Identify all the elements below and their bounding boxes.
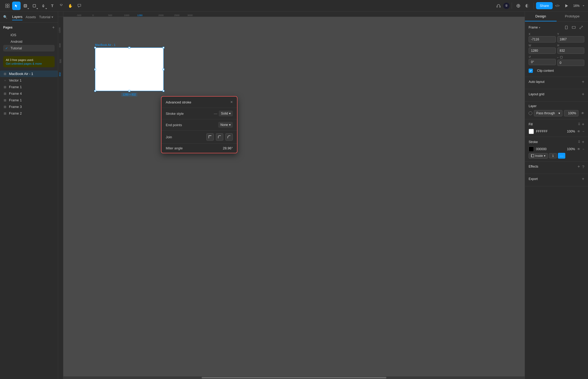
coordinates-grid: X -7116 Y 1867 W 1280 (529, 33, 584, 66)
tab-tutorial[interactable]: Tutorial ▾ (39, 14, 53, 20)
stroke-position-select[interactable]: Inside ▾ (529, 153, 548, 159)
horizontal-scrollbar[interactable] (63, 376, 525, 379)
endpoint-select[interactable]: None ▾ (218, 122, 233, 128)
rotation-coord: ↺ 0° (529, 55, 556, 66)
fill-visibility-btn[interactable]: 👁 (577, 130, 580, 133)
tab-design[interactable]: Design (525, 12, 557, 21)
stroke-weight-input[interactable]: 1 (549, 153, 557, 158)
layer-frame1-1[interactable]: ⊞ Frame 1 (0, 84, 58, 90)
export-add-btn[interactable]: + (582, 177, 584, 181)
layer-macbook[interactable]: ⊞ MacBook Air - 1 (0, 70, 58, 77)
rotation-input[interactable]: 0° (529, 59, 556, 65)
pen-tool-btn[interactable] (39, 2, 48, 10)
layer-visibility-btn[interactable]: 👁 (581, 111, 584, 115)
fill-opacity-value[interactable]: 100% (565, 130, 575, 133)
stroke-visibility-btn[interactable]: 👁 (577, 147, 580, 151)
canvas-area[interactable]: -500 0 500 1000 1280 2000 2500 3000 -100… (58, 12, 525, 379)
library-btn[interactable] (514, 2, 523, 10)
toolbar: T ✋ ① (0, 0, 588, 12)
resize-handle-ml[interactable] (94, 68, 96, 70)
toolbar-left-tools: T ✋ (3, 2, 83, 10)
join-row: Join (162, 131, 237, 144)
h-input[interactable]: 832 (557, 48, 585, 54)
resize-handle-bm[interactable] (129, 90, 130, 92)
w-input[interactable]: 1280 (529, 48, 556, 54)
play-btn[interactable] (562, 2, 571, 10)
resize-handle-bl[interactable] (94, 90, 96, 92)
stroke-add-btn[interactable]: + (582, 140, 584, 144)
share-button[interactable]: Share (536, 2, 553, 9)
stroke-style-select[interactable]: Solid ▾ (219, 111, 233, 116)
h-coord: H 832 (557, 44, 585, 54)
stroke-header: Stroke ⠿ + (529, 140, 584, 144)
upgrade-link[interactable]: Get unlimited pages & more (6, 62, 52, 65)
page-item-android[interactable]: Android (3, 38, 55, 45)
frame-tool-btn[interactable] (21, 2, 30, 10)
page-item-ios[interactable]: iOS (3, 32, 55, 38)
opacity-input[interactable]: 100% (564, 110, 578, 116)
layer-frame1-2[interactable]: ⊞ Frame 1 (0, 97, 58, 103)
effects-add-btn[interactable]: + (577, 164, 580, 169)
stroke-opacity-value[interactable]: 100% (565, 147, 575, 151)
resize-handle-tl[interactable] (94, 47, 96, 49)
fill-hex-value[interactable]: FFFFFF (536, 130, 562, 133)
clip-content-checkbox[interactable] (529, 69, 533, 73)
code-view-btn[interactable]: </> (553, 2, 562, 10)
blend-mode-select[interactable]: Pass through ▾ (534, 110, 562, 116)
fill-color-swatch[interactable] (529, 129, 534, 134)
join-round-btn[interactable] (216, 133, 223, 141)
resize-handle-tr[interactable] (163, 47, 164, 49)
hand-tool-btn[interactable]: ✋ (66, 2, 74, 10)
tab-layers[interactable]: Layers (12, 14, 22, 20)
frame-landscape-btn[interactable] (571, 24, 577, 31)
zoom-level[interactable]: 16% (571, 4, 582, 8)
frame-resize-btn[interactable] (578, 24, 584, 31)
modal-close-btn[interactable]: × (230, 100, 233, 105)
search-icon[interactable]: 🔍 (3, 15, 7, 19)
resize-handle-br[interactable] (163, 90, 164, 92)
layer-frame3[interactable]: ⊞ Frame 3 (0, 103, 58, 110)
user-avatar[interactable]: ① (503, 3, 510, 9)
scrollbar-thumb[interactable] (202, 377, 386, 378)
stroke-remove-btn[interactable]: − (582, 147, 584, 151)
layout-grid-add-btn[interactable]: + (582, 92, 584, 97)
resize-handle-mr[interactable] (163, 68, 164, 70)
text-tool-btn[interactable]: T (48, 2, 56, 10)
constrain-icon[interactable] (559, 55, 563, 59)
stroke-color-swatch[interactable] (529, 146, 534, 152)
stroke-hex-value[interactable]: 000000 (536, 147, 562, 151)
layer-frame2[interactable]: ⊞ Frame 2 (0, 110, 58, 117)
auto-layout-add-btn[interactable]: + (582, 79, 584, 84)
tab-prototype[interactable]: Prototype (557, 12, 588, 21)
join-bevel-btn[interactable] (225, 133, 233, 141)
y-input[interactable]: 1867 (557, 36, 585, 42)
x-input[interactable]: -7116 (529, 36, 556, 42)
tab-assets[interactable]: Assets (26, 14, 36, 20)
frame-portrait-btn[interactable] (563, 24, 570, 31)
stroke-advanced-btn[interactable]: ··· (558, 153, 565, 159)
theme-btn[interactable] (523, 2, 532, 10)
effects-help-btn[interactable]: ? (582, 164, 584, 169)
pages-title: Pages (3, 26, 12, 29)
fill-remove-btn[interactable]: − (582, 130, 584, 133)
ruler-corner (58, 12, 63, 17)
frame-box[interactable]: 1280 × 832 (95, 48, 164, 91)
headphone-btn[interactable] (494, 2, 503, 10)
frame-icon: ⊞ (3, 98, 7, 102)
fill-add-btn[interactable]: + (582, 122, 584, 127)
page-item-tutorial[interactable]: ✓ Tutorial (3, 45, 55, 51)
corner-input[interactable]: 0 (557, 60, 585, 66)
layer-vector1[interactable]: ○ Vector 1 (0, 77, 58, 84)
layer-frame4[interactable]: ⊞ Frame 4 (0, 90, 58, 97)
comment-tool-btn[interactable] (75, 2, 83, 10)
export-section: Export + (525, 174, 588, 186)
layer-mode-icon (529, 111, 532, 115)
grid-tool-btn[interactable] (3, 2, 12, 10)
ruler-mark: -500 (77, 14, 81, 17)
shape-tool-btn[interactable] (30, 2, 39, 10)
pages-add-btn[interactable]: + (52, 25, 55, 30)
join-miter-btn[interactable] (206, 133, 214, 141)
component-tool-btn[interactable] (57, 2, 65, 10)
resize-handle-tm[interactable] (129, 47, 130, 49)
select-tool-btn[interactable] (12, 2, 21, 10)
